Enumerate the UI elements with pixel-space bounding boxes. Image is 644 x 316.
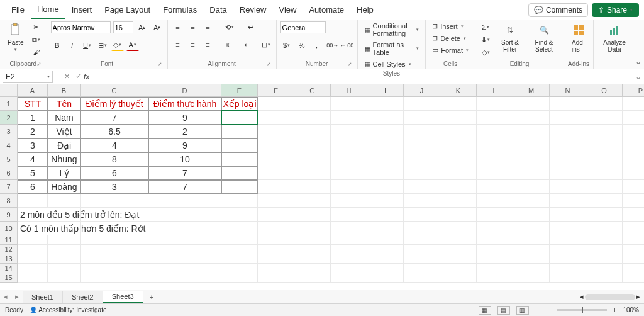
bold-button[interactable]: B [51,40,64,51]
cell[interactable] [258,208,294,222]
cell[interactable] [550,194,586,208]
zoom-out-button[interactable]: − [547,307,550,313]
row-header[interactable]: 7 [0,180,18,194]
cell[interactable] [623,208,644,222]
cell[interactable] [331,264,367,273]
cell[interactable] [367,180,404,194]
column-header[interactable]: J [404,84,440,97]
comments-button[interactable]: 💬 Comments [528,3,588,17]
normal-view-button[interactable]: ▦ [479,306,491,315]
autosum-button[interactable]: Σ▾ [479,21,492,33]
cell[interactable] [294,235,331,245]
zoom-in-button[interactable]: + [613,307,617,313]
delete-cells-button[interactable]: ⊟Delete▾ [430,33,469,43]
cell[interactable] [221,222,258,235]
cell[interactable] [331,208,367,222]
cell[interactable] [550,166,586,180]
cell[interactable] [367,166,404,180]
cell[interactable]: 10 [148,152,221,166]
cell[interactable] [513,166,550,180]
increase-decimal-button[interactable]: .00→ [326,40,338,51]
column-header[interactable]: H [331,84,367,97]
cell[interactable]: 2 [148,125,221,138]
cell[interactable] [258,97,294,111]
cell[interactable] [404,166,440,180]
cell[interactable] [331,152,367,166]
orientation-button[interactable]: ⟲▾ [223,21,236,33]
cell[interactable]: 4 [18,152,48,166]
cell[interactable] [623,138,644,152]
cell[interactable] [586,208,623,222]
cell[interactable] [294,254,331,264]
cell[interactable] [513,152,550,166]
cell[interactable] [550,245,586,254]
cell[interactable]: 7 [148,180,221,194]
cell[interactable] [258,166,294,180]
border-button[interactable]: ⊞▾ [96,40,109,51]
menu-data[interactable]: Data [203,1,233,18]
cell[interactable] [586,138,623,152]
font-size-select[interactable] [113,21,133,33]
cell[interactable] [294,180,331,194]
cell[interactable]: STT [18,97,48,111]
cell[interactable] [404,208,440,222]
cell[interactable] [513,194,550,208]
cell[interactable] [331,166,367,180]
number-format-select[interactable] [280,21,326,33]
cell[interactable] [623,222,644,235]
cell[interactable] [586,166,623,180]
cell[interactable] [258,254,294,264]
menu-review[interactable]: Review [233,1,273,18]
cell[interactable] [80,273,148,283]
cell[interactable] [148,208,221,222]
cell[interactable] [221,273,258,283]
cell[interactable] [440,254,477,264]
format-cells-button[interactable]: ▭Format▾ [430,45,471,55]
column-header[interactable]: F [258,84,294,97]
cell[interactable] [513,245,550,254]
column-header[interactable]: P [623,84,644,97]
cell[interactable] [477,166,513,180]
cell[interactable] [404,180,440,194]
row-header[interactable]: 5 [0,152,18,166]
cut-button[interactable]: ✂ [30,21,43,33]
cell[interactable] [623,194,644,208]
cell[interactable] [586,254,623,264]
cell[interactable] [367,152,404,166]
cell[interactable] [331,235,367,245]
cell[interactable] [477,194,513,208]
cell[interactable] [623,235,644,245]
percent-button[interactable]: % [296,40,308,51]
cell[interactable] [623,166,644,180]
analyze-data-button[interactable]: Analyze Data [597,21,631,54]
cell[interactable] [586,125,623,138]
cell[interactable] [440,273,477,283]
cell[interactable] [367,264,404,273]
cell[interactable] [404,97,440,111]
cell[interactable] [623,97,644,111]
font-color-button[interactable]: A▾ [126,40,139,51]
expand-formula-bar-button[interactable]: ⌄ [633,72,644,81]
cell[interactable] [221,235,258,245]
row-header[interactable]: 15 [0,273,18,283]
cell[interactable] [586,111,623,125]
cell[interactable] [440,138,477,152]
clear-button[interactable]: ◇▾ [479,47,492,58]
cell[interactable] [18,254,48,264]
cell[interactable] [586,235,623,245]
column-header[interactable]: I [367,84,404,97]
format-as-table-button[interactable]: ▦Format as Table▾ [362,40,422,57]
cell[interactable] [513,138,550,152]
cell[interactable] [513,97,550,111]
cell[interactable]: 9 [148,138,221,152]
cell[interactable] [404,254,440,264]
cell[interactable]: Xếp loại [221,97,258,111]
cell[interactable] [221,180,258,194]
cell[interactable] [513,273,550,283]
cell[interactable]: 7 [80,111,148,125]
fill-color-button[interactable]: ◇▾ [111,40,124,51]
cell[interactable] [623,111,644,125]
accounting-button[interactable]: $▾ [280,40,293,51]
cell[interactable] [294,264,331,273]
cell[interactable] [550,180,586,194]
